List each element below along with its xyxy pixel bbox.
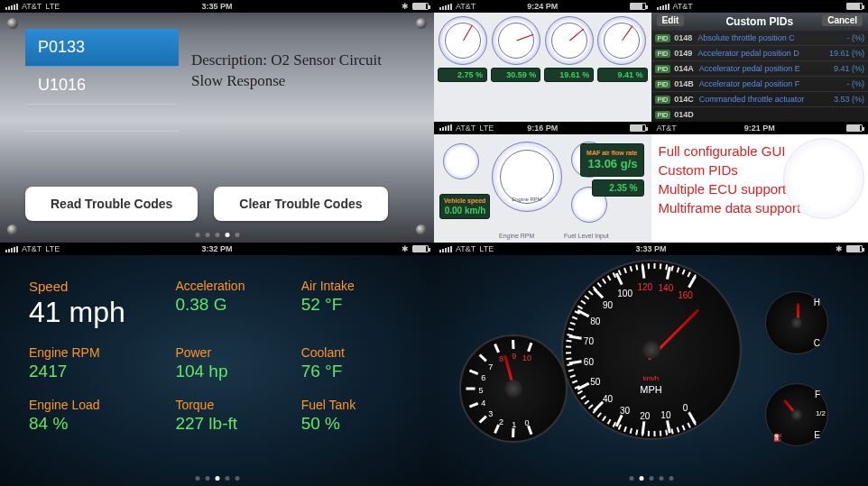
analog-dashboard-panel: AT&TLTE3:33 PM✱ 012345678910 km/h MPH 01…	[434, 243, 868, 486]
pid-row[interactable]: PID0148Absolute throttle position C- (%)	[651, 31, 869, 46]
metric-value: 84 %	[29, 414, 153, 434]
metric-power: Power104 hp	[175, 345, 279, 381]
secondary-value-box: 2.35 %	[592, 179, 644, 197]
page-indicator[interactable]	[195, 233, 239, 237]
trouble-code-item[interactable]: U1016	[25, 67, 179, 105]
pids-title: Custom PIDs	[725, 15, 793, 28]
network-label: LTE	[45, 2, 60, 11]
pid-value: 3.53 (%)	[834, 95, 864, 104]
metric-label: Engine Load	[29, 398, 153, 412]
gauges-four-panel: AT&T9:24 PM 2.75 % 30.59 % 19.61 % 9.41 …	[434, 0, 651, 122]
tach-tick-label: 7	[488, 362, 493, 371]
clear-codes-button[interactable]: Clear Trouble Codes	[214, 187, 387, 221]
pid-name: Accelerator pedal position D	[697, 49, 829, 58]
cancel-button[interactable]: Cancel	[822, 14, 863, 26]
pid-row[interactable]: PID014BAccelerator pedal position F- (%)	[651, 77, 869, 92]
rivet-decoration	[416, 18, 427, 29]
rivet-decoration	[7, 18, 18, 29]
pid-row[interactable]: PID0149Accelerator pedal position D19.61…	[651, 46, 869, 61]
pids-header: Edit Custom PIDs Cancel	[651, 13, 869, 31]
pid-badge: PID	[655, 65, 671, 73]
small-gauge	[443, 143, 479, 179]
pid-name: Absolute throttle position C	[697, 33, 846, 42]
metric-label: Acceleration	[175, 279, 279, 293]
fuel-gauge: F 1/2 E ⛽	[765, 383, 828, 446]
metric-torque: Torque227 lb-ft	[175, 398, 279, 434]
pid-code: 0149	[674, 49, 692, 58]
pid-row[interactable]: PID014CCommanded throttle actuator3.53 (…	[651, 92, 869, 107]
tachometer-gauge: 012345678910	[459, 335, 568, 443]
tach-tick-label: 4	[481, 399, 485, 408]
signal-icon	[5, 4, 18, 10]
features-panel: AT&T9:21 PM Full configurable GUI Custom…	[651, 122, 869, 243]
metric-value: 0.38 G	[175, 295, 279, 315]
status-bar: AT&TLTE 3:35 PM ✱	[0, 0, 434, 13]
gauge-value: 19.61 %	[544, 68, 594, 82]
speedo-tick-label: 10	[660, 410, 670, 420]
rpm-label: Engine RPM	[499, 233, 534, 239]
metric-label: Coolant	[301, 345, 405, 360]
metric-speed: Speed41 mph	[29, 279, 153, 329]
gauge-value: 2.75 %	[438, 68, 487, 82]
speedo-tick-label: 40	[603, 393, 613, 403]
pids-list[interactable]: PID0148Absolute throttle position C- (%)…	[651, 31, 869, 122]
pid-badge: PID	[655, 96, 671, 104]
gauge-value: 30.59 %	[491, 68, 540, 82]
carrier-label: AT&T	[22, 2, 42, 11]
pid-name: Accelerator pedal position F	[699, 79, 847, 88]
metric-engine-load: Engine Load84 %	[29, 398, 153, 434]
trouble-code-item-empty	[25, 105, 179, 132]
throttle-gauge	[439, 16, 487, 65]
pid-code: 014D	[674, 110, 694, 119]
tach-tick-label: 0	[524, 418, 529, 427]
tach-tick-label: 3	[488, 409, 493, 418]
speedo-tick-label: 140	[659, 283, 674, 293]
speedo-tick-label: 160	[678, 290, 693, 300]
tach-tick-label: 5	[478, 386, 483, 395]
metric-value: 227 lb-ft	[175, 414, 279, 434]
pid-value: 19.61 (%)	[829, 49, 864, 58]
kmh-label: km/h	[643, 374, 659, 382]
bluetooth-icon: ✱	[836, 244, 843, 253]
tach-tick-label: 10	[522, 353, 531, 362]
background-gauge	[783, 138, 864, 219]
pid-row[interactable]: PID014D	[651, 107, 869, 122]
metric-label: Fuel Tank	[301, 398, 405, 412]
speedo-tick-label: 30	[620, 405, 630, 415]
pid-badge: PID	[655, 34, 671, 42]
pid-value: - (%)	[847, 79, 865, 88]
edit-button[interactable]: Edit	[657, 14, 685, 26]
rpm-gauge: Engine RPM	[492, 142, 562, 212]
tach-tick-label: 1	[512, 420, 516, 429]
pid-row[interactable]: PID014AAccelerator pedal position E9.41 …	[651, 61, 869, 77]
speedo-tick-label: 50	[590, 377, 600, 387]
multi-view-panel: AT&T9:24 PM 2.75 % 30.59 % 19.61 % 9.41 …	[434, 0, 868, 243]
pid-code: 0148	[674, 33, 692, 42]
metric-label: Torque	[175, 398, 279, 412]
pid-badge: PID	[655, 50, 671, 58]
tach-tick-label: 8	[499, 354, 503, 363]
speedo-tick-label: 20	[640, 411, 650, 421]
pid-code: 014A	[674, 64, 694, 73]
trouble-code-list: P0133 U1016	[25, 29, 179, 132]
speedo-tick-label: 60	[584, 357, 594, 367]
trouble-code-item[interactable]: P0133	[25, 29, 179, 67]
throttle-gauge	[597, 16, 646, 65]
custom-pids-panel: AT&T Edit Custom PIDs Cancel PID0148Abso…	[651, 0, 869, 122]
pid-code: 014C	[674, 95, 694, 104]
read-codes-button[interactable]: Read Trouble Codes	[25, 187, 198, 221]
page-indicator[interactable]	[629, 476, 673, 481]
metric-label: Speed	[29, 279, 153, 294]
metric-coolant: Coolant76 °F	[301, 345, 405, 381]
page-indicator[interactable]	[195, 476, 239, 481]
gauge-value: 9.41 %	[597, 68, 647, 82]
fuel-icon: ⛽	[773, 434, 782, 442]
metric-engine-rpm: Engine RPM2417	[29, 345, 153, 381]
pid-value: 9.41 (%)	[834, 64, 864, 73]
metric-label: Air Intake	[301, 279, 405, 293]
metric-label: Power	[175, 345, 279, 360]
speedometer-gauge: km/h MPH 0102030405060708090100120140160	[561, 260, 742, 440]
rivet-decoration	[7, 225, 18, 235]
metric-value: 76 °F	[301, 362, 405, 381]
tach-tick-label: 2	[499, 417, 503, 426]
